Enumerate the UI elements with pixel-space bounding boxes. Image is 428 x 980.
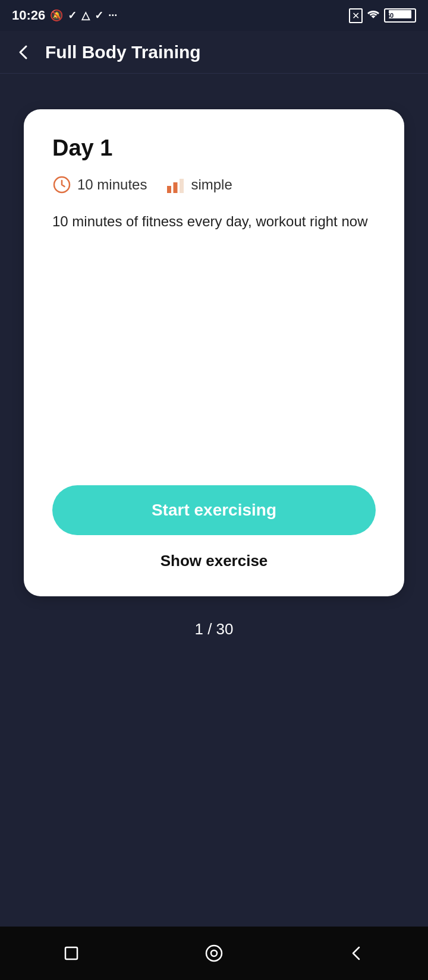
back-nav-button[interactable] bbox=[346, 943, 367, 964]
svg-rect-2 bbox=[174, 182, 178, 193]
pagination: 1 / 30 bbox=[194, 620, 233, 638]
time-display: 10:26 bbox=[12, 8, 45, 23]
svg-rect-3 bbox=[180, 179, 184, 193]
check-icon-2: ✓ bbox=[95, 9, 103, 22]
status-icons: ✕ 60 bbox=[349, 8, 416, 23]
page-separator: / bbox=[203, 620, 216, 638]
difficulty-text: simple bbox=[191, 176, 232, 193]
check-icon-1: ✓ bbox=[68, 9, 77, 22]
day-meta: 10 minutes simple bbox=[52, 175, 376, 194]
day-description: 10 minutes of fitness every day, workout… bbox=[52, 211, 376, 232]
home-button[interactable] bbox=[203, 943, 225, 964]
back-button[interactable] bbox=[14, 43, 33, 62]
page-current: 1 bbox=[194, 620, 203, 638]
status-bar: 10:26 🔕 ✓ △ ✓ ··· ✕ 60 bbox=[0, 0, 428, 31]
battery-level: 60 bbox=[386, 12, 394, 19]
duration-text: 10 minutes bbox=[77, 176, 147, 193]
start-exercising-button[interactable]: Start exercising bbox=[52, 485, 376, 535]
page-title: Full Body Training bbox=[45, 42, 201, 62]
main-content: Day 1 10 minutes simple 10 minu bbox=[0, 74, 428, 927]
day-label: Day 1 bbox=[52, 135, 376, 161]
wifi-icon bbox=[366, 8, 380, 23]
page-total: 30 bbox=[216, 620, 234, 638]
recent-apps-button[interactable] bbox=[61, 943, 82, 964]
svg-rect-4 bbox=[65, 947, 77, 959]
nav-bar: Full Body Training bbox=[0, 31, 428, 74]
difficulty-meta: simple bbox=[166, 176, 232, 193]
bar-chart-icon bbox=[166, 176, 185, 193]
mute-icon: 🔕 bbox=[50, 9, 63, 22]
svg-point-5 bbox=[206, 946, 222, 961]
card-actions: Start exercising Show exercise bbox=[52, 485, 376, 570]
sim-icon: ✕ bbox=[349, 8, 363, 23]
more-icon: ··· bbox=[108, 10, 117, 22]
duration-meta: 10 minutes bbox=[52, 175, 147, 194]
battery-icon: 60 bbox=[384, 8, 416, 23]
show-exercise-button[interactable]: Show exercise bbox=[160, 552, 268, 570]
clock-icon bbox=[52, 175, 71, 194]
svg-point-6 bbox=[211, 950, 217, 956]
svg-rect-1 bbox=[167, 186, 171, 193]
bottom-nav bbox=[0, 927, 428, 980]
status-time: 10:26 🔕 ✓ △ ✓ ··· bbox=[12, 8, 117, 23]
day-card: Day 1 10 minutes simple 10 minu bbox=[24, 109, 404, 596]
cloud-icon: △ bbox=[81, 9, 90, 22]
